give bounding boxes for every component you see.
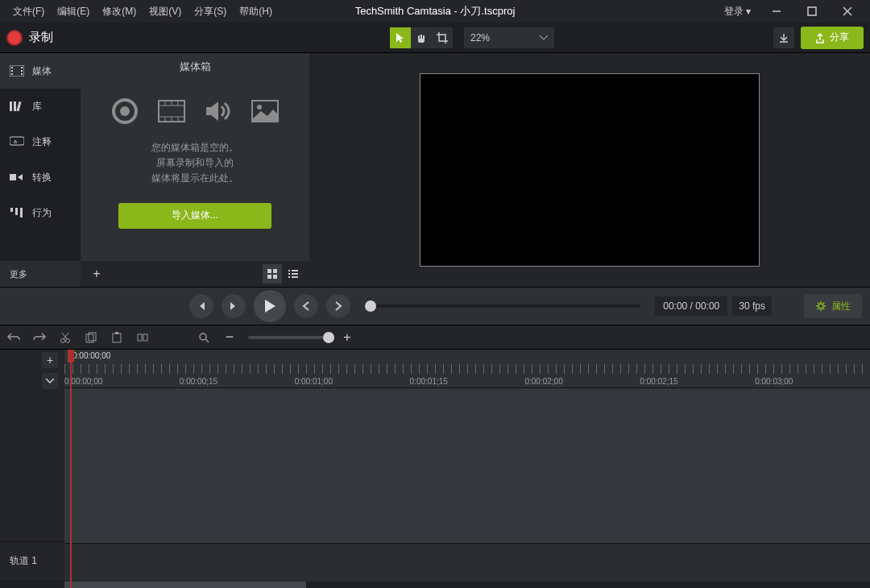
svg-point-32 — [257, 105, 262, 110]
step-forward-button[interactable] — [326, 294, 350, 318]
import-media-button[interactable]: 导入媒体... — [118, 203, 271, 229]
playback-slider[interactable] — [365, 304, 640, 308]
close-icon — [843, 6, 852, 16]
tab-library[interactable]: 库 — [0, 89, 81, 124]
split-button[interactable] — [135, 330, 150, 345]
svg-rect-13 — [16, 101, 21, 111]
svg-text:a: a — [14, 139, 17, 144]
timeline-area[interactable]: 0:00:00;00 0:00:00;00 0:00:00;15 0:00:01… — [64, 350, 870, 588]
zoom-search-button[interactable] — [197, 330, 211, 345]
track-1-lane[interactable] — [64, 543, 870, 582]
svg-rect-5 — [11, 67, 13, 68]
svg-rect-40 — [292, 273, 298, 275]
share-label: 分享 — [830, 31, 849, 44]
copy-button[interactable] — [84, 330, 98, 345]
svg-rect-41 — [288, 276, 290, 278]
time-ruler[interactable]: 0:00:00;00 0:00:00;15 0:00:01;00 0:00:01… — [64, 350, 870, 388]
menu-view[interactable]: 视图(V) — [143, 2, 188, 22]
share-icon — [815, 32, 825, 43]
properties-label: 属性 — [831, 300, 851, 313]
svg-rect-10 — [21, 73, 23, 75]
behavior-icon — [10, 206, 24, 219]
svg-rect-37 — [288, 270, 290, 271]
tab-behaviors[interactable]: 行为 — [0, 195, 81, 230]
login-button[interactable]: 登录 ▾ — [718, 2, 757, 22]
tab-transitions[interactable]: 转换 — [0, 159, 81, 195]
preview-canvas[interactable] — [420, 73, 760, 267]
redo-button[interactable] — [32, 330, 47, 345]
crop-tool[interactable] — [432, 27, 453, 48]
play-button[interactable] — [254, 290, 286, 322]
chevron-right-icon — [334, 301, 342, 311]
annotation-icon: a — [10, 135, 24, 148]
playback-bar: 00:00 / 00:00 30 fps 属性 — [0, 287, 870, 325]
zoom-in-button[interactable]: + — [340, 330, 354, 345]
svg-rect-7 — [11, 73, 13, 75]
properties-button[interactable]: 属性 — [804, 294, 862, 318]
hand-icon — [416, 32, 427, 43]
close-button[interactable] — [831, 2, 864, 21]
svg-rect-34 — [273, 269, 277, 273]
svg-point-54 — [200, 333, 206, 340]
paste-button[interactable] — [110, 330, 124, 345]
step-back-button[interactable] — [294, 294, 318, 318]
track-controls: + 轨道 1 — [0, 350, 64, 588]
chevron-down-icon — [46, 379, 54, 383]
menu-file[interactable]: 文件(F) — [6, 2, 51, 22]
list-view-button[interactable] — [284, 264, 303, 284]
chevron-left-icon — [302, 301, 310, 311]
transition-icon — [10, 171, 24, 184]
fps-display[interactable]: 30 fps — [732, 296, 772, 316]
tab-media-label: 媒体 — [32, 64, 52, 78]
add-track-button[interactable]: + — [42, 352, 58, 368]
prev-frame-button[interactable] — [189, 294, 213, 318]
track-region[interactable] — [64, 388, 870, 543]
svg-rect-35 — [267, 275, 271, 279]
zoom-out-button[interactable]: − — [222, 330, 237, 345]
record-button[interactable]: 录制 — [6, 30, 53, 46]
canvas-zoom-select[interactable]: 22% — [464, 27, 554, 48]
add-media-button[interactable]: + — [87, 264, 106, 284]
search-icon — [198, 332, 209, 343]
timeline-scrollbar[interactable] — [64, 582, 870, 588]
menu-help[interactable]: 帮助(H) — [233, 2, 279, 22]
grid-view-button[interactable] — [263, 264, 282, 284]
share-button[interactable]: 分享 — [801, 27, 864, 49]
track-1-label[interactable]: 轨道 1 — [0, 541, 64, 580]
cut-button[interactable] — [58, 330, 72, 345]
undo-button[interactable] — [6, 330, 21, 345]
tab-media[interactable]: 媒体 — [0, 53, 81, 89]
cursor-tool[interactable] — [390, 27, 411, 48]
svg-rect-36 — [273, 275, 277, 279]
next-frame-button[interactable] — [222, 294, 246, 318]
collapse-track-button[interactable] — [42, 373, 58, 389]
download-button[interactable] — [773, 27, 794, 48]
record-icon — [6, 30, 23, 46]
tab-behaviors-label: 行为 — [32, 206, 52, 220]
svg-rect-8 — [21, 67, 23, 68]
scissors-icon — [60, 332, 71, 343]
svg-rect-33 — [267, 269, 271, 273]
minimize-button[interactable] — [760, 2, 793, 21]
menu-edit[interactable]: 编辑(E) — [51, 2, 96, 22]
svg-rect-51 — [115, 332, 118, 334]
hand-tool[interactable] — [411, 27, 432, 48]
tab-annotations[interactable]: a 注释 — [0, 124, 81, 159]
tab-more[interactable]: 更多 — [0, 261, 81, 287]
paste-icon — [111, 332, 122, 343]
edit-toolbar: − + — [0, 325, 870, 350]
tab-library-label: 库 — [32, 100, 42, 114]
canvas-area — [309, 53, 870, 287]
copy-icon — [85, 332, 97, 343]
svg-point-45 — [66, 338, 70, 342]
menu-share[interactable]: 分享(S) — [188, 2, 233, 22]
timeline-zoom-slider[interactable] — [248, 336, 329, 339]
media-icon — [10, 64, 24, 77]
media-bin-footer: + — [81, 261, 309, 287]
maximize-button[interactable] — [796, 2, 828, 21]
tab-transitions-label: 转换 — [32, 171, 52, 184]
grid-icon — [267, 268, 278, 280]
timeline: + 轨道 1 0:00:00;00 0:00:00;00 0:00:00;15 … — [0, 350, 870, 588]
playhead[interactable] — [68, 350, 74, 362]
menu-modify[interactable]: 修改(M) — [96, 2, 143, 22]
